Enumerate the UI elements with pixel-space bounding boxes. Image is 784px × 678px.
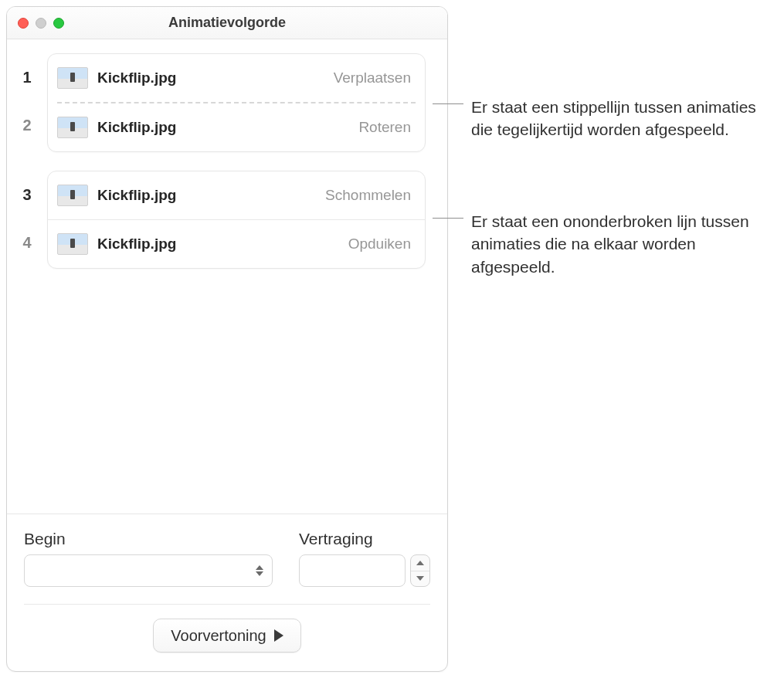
animation-item[interactable]: Kickflip.jpg Opduiken (48, 220, 425, 268)
animation-list: 1 2 Kickflip.jpg Verplaatsen Kickflip.jp… (7, 39, 447, 514)
animation-group: 1 2 Kickflip.jpg Verplaatsen Kickflip.jp… (7, 53, 435, 152)
delay-input[interactable] (299, 554, 406, 587)
step-down-button[interactable] (411, 571, 429, 587)
play-icon (274, 629, 283, 642)
animation-effect: Opduiken (348, 236, 411, 253)
index-column: 1 2 (7, 53, 47, 152)
close-icon[interactable] (18, 18, 29, 29)
animation-index: 2 (7, 117, 47, 134)
animation-effect: Roteren (358, 119, 411, 136)
callout-text: Er staat een ononderbroken lijn tussen a… (471, 210, 780, 278)
preview-button[interactable]: Voorvertoning (153, 619, 300, 653)
animation-effect: Schommelen (325, 187, 411, 204)
callout-line (433, 218, 463, 219)
callout-line (433, 103, 463, 104)
animation-index: 3 (7, 186, 47, 204)
animation-item[interactable]: Kickflip.jpg Schommelen (48, 171, 425, 219)
chevron-updown-icon (252, 561, 267, 581)
preview-button-label: Voorvertoning (171, 627, 266, 645)
divider (24, 604, 430, 605)
animation-item[interactable]: Kickflip.jpg Roteren (48, 103, 425, 151)
animation-index: 4 (7, 234, 47, 252)
callout-solid: Er staat een ononderbroken lijn tussen a… (433, 210, 780, 278)
animation-index: 1 (7, 69, 47, 86)
animation-filename: Kickflip.jpg (97, 187, 176, 204)
chevron-down-icon (416, 576, 424, 581)
delay-stepper (410, 554, 430, 587)
animation-order-panel: Animatievolgorde 1 2 Kickflip.jpg Verpla… (6, 6, 448, 672)
animation-effect: Verplaatsen (334, 69, 411, 86)
delay-control: Vertraging (299, 530, 430, 587)
animation-group: 3 4 Kickflip.jpg Schommelen Kickflip.jpg… (7, 171, 435, 269)
window-controls (18, 18, 64, 29)
delay-label: Vertraging (299, 530, 430, 548)
begin-label: Begin (24, 530, 273, 548)
thumbnail-icon (57, 185, 88, 206)
controls-area: Begin Vertraging Voorvertoning (7, 514, 447, 671)
animation-filename: Kickflip.jpg (97, 69, 176, 86)
thumbnail-icon (57, 233, 88, 255)
callout-dashed: Er staat een stippellijn tussen animatie… (433, 96, 780, 141)
begin-select[interactable] (24, 554, 273, 587)
thumbnail-icon (57, 117, 88, 138)
callout-text: Er staat een stippellijn tussen animatie… (471, 96, 780, 141)
thumbnail-icon (57, 67, 88, 89)
titlebar: Animatievolgorde (7, 7, 447, 39)
step-up-button[interactable] (411, 555, 429, 571)
zoom-icon[interactable] (53, 18, 64, 29)
animation-item[interactable]: Kickflip.jpg Verplaatsen (48, 54, 425, 102)
chevron-up-icon (416, 561, 424, 565)
animation-filename: Kickflip.jpg (97, 236, 176, 253)
begin-control: Begin (24, 530, 273, 587)
animation-filename: Kickflip.jpg (97, 119, 176, 136)
minimize-icon (36, 18, 46, 29)
animation-group-body: Kickflip.jpg Verplaatsen Kickflip.jpg Ro… (47, 53, 426, 152)
index-column: 3 4 (7, 171, 47, 269)
animation-group-body: Kickflip.jpg Schommelen Kickflip.jpg Opd… (47, 171, 426, 269)
window-title: Animatievolgorde (168, 15, 286, 31)
